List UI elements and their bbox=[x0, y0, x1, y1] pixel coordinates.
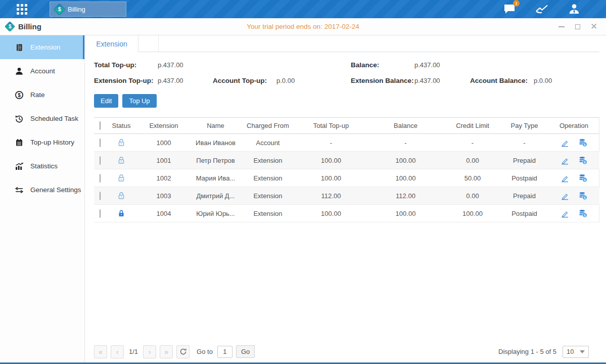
cell-balance: 112.00 bbox=[366, 187, 445, 205]
lock-status-icon bbox=[117, 156, 125, 164]
cell-credit-limit: 50.00 bbox=[445, 169, 500, 187]
row-checkbox[interactable] bbox=[100, 156, 101, 165]
balance-summary: Total Top-up: p.437.00 Balance: p.437.00… bbox=[94, 60, 599, 85]
cell-charged-from: Extension bbox=[240, 152, 296, 169]
trial-notice: Your trial period ends on: 2017-02-24 bbox=[0, 23, 606, 30]
sidebar-item-extension[interactable]: Extension bbox=[0, 35, 84, 59]
sidebar-item-account[interactable]: Account bbox=[0, 59, 84, 83]
sidebar-item-general-settings[interactable]: General Settings bbox=[0, 178, 84, 202]
cell-charged-from: Extension bbox=[240, 205, 296, 222]
next-page-button[interactable]: › bbox=[143, 345, 156, 358]
top-up-row-icon[interactable]: $ bbox=[578, 173, 588, 183]
cell-pay-type: - bbox=[500, 134, 548, 152]
bar-chart-icon bbox=[15, 162, 24, 171]
sidebar-label: Scheduled Task bbox=[30, 115, 78, 122]
cell-extension: 1002 bbox=[136, 169, 191, 187]
last-page-button[interactable]: » bbox=[160, 345, 173, 358]
top-up-row-icon[interactable]: $ bbox=[578, 138, 588, 148]
sidebar-item-statistics[interactable]: Statistics bbox=[0, 154, 84, 178]
cell-name: Иван Иванов bbox=[191, 134, 240, 152]
close-button[interactable]: ✕ bbox=[590, 23, 598, 31]
lock-status-icon bbox=[117, 209, 125, 217]
top-up-row-icon[interactable]: $ bbox=[578, 191, 588, 201]
select-all-checkbox[interactable] bbox=[100, 121, 101, 130]
notebook-icon bbox=[15, 138, 24, 147]
summary-value: p.437.00 bbox=[414, 77, 440, 84]
row-checkbox[interactable] bbox=[100, 209, 101, 218]
sliders-icon bbox=[15, 186, 24, 195]
cell-extension: 1000 bbox=[136, 134, 191, 152]
tab-extension[interactable]: Extension bbox=[85, 35, 138, 52]
cell-total-topup: 100.00 bbox=[296, 169, 366, 187]
page-indicator: 1/1 bbox=[129, 348, 138, 355]
billing-app-icon: $ bbox=[53, 3, 65, 15]
cell-pay-type: Postpaid bbox=[500, 205, 548, 222]
first-page-button[interactable]: « bbox=[94, 345, 107, 358]
row-checkbox[interactable] bbox=[100, 139, 101, 147]
edit-row-icon[interactable] bbox=[560, 191, 570, 201]
cell-charged-from: Extension bbox=[240, 187, 296, 205]
cell-balance: 100.00 bbox=[366, 169, 445, 187]
refresh-button[interactable] bbox=[176, 345, 190, 358]
col-header-pay-type: Pay Type bbox=[500, 118, 548, 134]
sidebar-item-topup-history[interactable]: Top-up History bbox=[0, 130, 84, 154]
sidebar-item-scheduled-task[interactable]: Scheduled Task bbox=[0, 107, 84, 130]
table-row: 1003 Дмитрий Д... Extension 112.00 112.0… bbox=[94, 187, 599, 205]
cell-extension: 1001 bbox=[136, 152, 191, 169]
tab-strip: Extension bbox=[85, 35, 606, 52]
svg-text:$: $ bbox=[18, 92, 21, 98]
app-grid-icon[interactable] bbox=[17, 4, 27, 15]
cell-credit-limit: 100.00 bbox=[445, 205, 500, 222]
cell-total-topup: 112.00 bbox=[296, 187, 366, 205]
goto-page-input[interactable] bbox=[217, 346, 232, 358]
col-header-credit-limit: Credit Limit bbox=[445, 118, 500, 134]
tab-strip-rest bbox=[159, 35, 599, 52]
goto-label: Go to bbox=[197, 348, 213, 355]
edit-button[interactable]: Edit bbox=[94, 94, 118, 108]
cell-credit-limit: 0.00 bbox=[445, 152, 500, 169]
go-button[interactable]: Go bbox=[236, 345, 255, 358]
top-up-row-icon[interactable]: $ bbox=[578, 208, 588, 218]
sidebar-label: General Settings bbox=[30, 186, 81, 194]
history-clock-icon bbox=[15, 114, 24, 123]
edit-row-icon[interactable] bbox=[560, 155, 570, 165]
ledger-icon bbox=[15, 43, 24, 52]
lock-status-icon bbox=[117, 192, 125, 199]
sidebar-label: Statistics bbox=[30, 162, 58, 170]
chevron-down-icon bbox=[580, 350, 585, 353]
edit-row-icon[interactable] bbox=[560, 173, 570, 183]
summary-label: Extension Balance: bbox=[351, 77, 414, 84]
col-header-operation: Operation bbox=[548, 118, 599, 134]
cell-name: Петр Петров bbox=[191, 152, 240, 169]
col-header-status: Status bbox=[106, 118, 136, 134]
sidebar-label: Rate bbox=[30, 91, 45, 99]
page-size-select[interactable]: 10 bbox=[563, 346, 589, 358]
cell-total-topup: 100.00 bbox=[296, 152, 366, 169]
top-up-button[interactable]: Top Up bbox=[122, 94, 156, 108]
edit-row-icon[interactable] bbox=[560, 138, 570, 148]
cell-extension: 1004 bbox=[136, 205, 191, 222]
cell-total-topup: - bbox=[296, 134, 366, 152]
main-content: Extension Total Top-up: p.437.00 Balance… bbox=[85, 35, 606, 362]
user-account-icon[interactable] bbox=[568, 3, 581, 16]
lock-status-icon bbox=[117, 139, 125, 146]
sidebar-label: Extension bbox=[30, 43, 60, 51]
row-checkbox[interactable] bbox=[100, 174, 101, 183]
summary-label: Account Top-up: bbox=[213, 77, 276, 84]
summary-label: Extension Top-up: bbox=[94, 77, 158, 84]
dollar-circle-icon: $ bbox=[15, 90, 24, 100]
top-up-row-icon[interactable]: $ bbox=[578, 155, 588, 165]
maximize-button[interactable] bbox=[574, 23, 582, 31]
cell-charged-from: Extension bbox=[240, 169, 296, 187]
sidebar-item-rate[interactable]: $ Rate bbox=[0, 83, 84, 107]
taskbar-billing-tab[interactable]: $ Billing bbox=[50, 2, 126, 17]
edit-row-icon[interactable] bbox=[560, 208, 570, 218]
row-checkbox[interactable] bbox=[100, 192, 101, 200]
prev-page-button[interactable]: ‹ bbox=[111, 345, 124, 358]
notifications-icon[interactable]: ! bbox=[503, 3, 516, 16]
resource-monitor-icon[interactable] bbox=[535, 3, 548, 16]
cell-pay-type: Prepaid bbox=[500, 187, 548, 205]
minimize-button[interactable] bbox=[557, 23, 566, 31]
sidebar: Extension Account $ Rate Scheduled Task bbox=[0, 35, 85, 362]
summary-label: Balance: bbox=[351, 61, 414, 69]
